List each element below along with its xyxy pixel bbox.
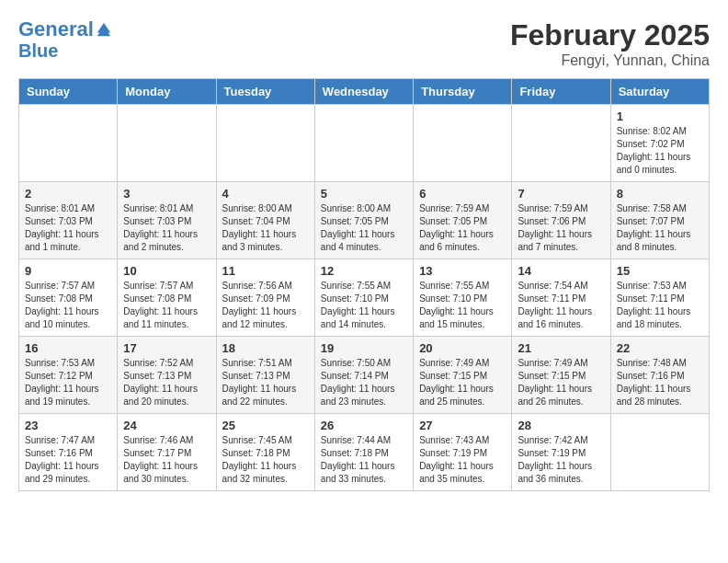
calendar-cell: 15Sunrise: 7:53 AM Sunset: 7:11 PM Dayli… <box>610 259 709 337</box>
day-number: 6 <box>419 187 506 201</box>
calendar-cell <box>314 105 413 182</box>
calendar-cell <box>512 105 610 182</box>
day-info: Sunrise: 7:58 AM Sunset: 7:07 PM Dayligh… <box>617 202 703 254</box>
calendar-cell: 18Sunrise: 7:51 AM Sunset: 7:13 PM Dayli… <box>216 337 314 414</box>
day-number: 22 <box>617 341 703 355</box>
logo: General Blue <box>18 18 112 61</box>
calendar-cell: 22Sunrise: 7:48 AM Sunset: 7:16 PM Dayli… <box>610 337 709 414</box>
calendar-cell: 13Sunrise: 7:55 AM Sunset: 7:10 PM Dayli… <box>414 259 512 337</box>
calendar-cell <box>216 105 314 182</box>
day-number: 7 <box>518 187 604 201</box>
day-number: 9 <box>25 264 111 278</box>
day-info: Sunrise: 7:53 AM Sunset: 7:12 PM Dayligh… <box>25 357 111 408</box>
day-number: 27 <box>419 419 506 432</box>
day-info: Sunrise: 7:47 AM Sunset: 7:16 PM Dayligh… <box>25 434 111 486</box>
calendar-cell: 4Sunrise: 8:00 AM Sunset: 7:04 PM Daylig… <box>216 182 314 259</box>
calendar-cell <box>19 105 118 182</box>
day-number: 13 <box>419 264 506 278</box>
day-number: 4 <box>222 187 309 201</box>
day-info: Sunrise: 7:57 AM Sunset: 7:08 PM Dayligh… <box>25 280 111 331</box>
calendar-header-row: SundayMondayTuesdayWednesdayThursdayFrid… <box>19 79 710 105</box>
day-info: Sunrise: 7:53 AM Sunset: 7:11 PM Dayligh… <box>617 280 703 331</box>
day-info: Sunrise: 7:44 AM Sunset: 7:18 PM Dayligh… <box>321 434 407 486</box>
day-info: Sunrise: 7:49 AM Sunset: 7:15 PM Dayligh… <box>419 357 506 408</box>
calendar-cell: 7Sunrise: 7:59 AM Sunset: 7:06 PM Daylig… <box>512 182 610 259</box>
calendar-cell: 5Sunrise: 8:00 AM Sunset: 7:05 PM Daylig… <box>314 182 413 259</box>
month-title: February 2025 <box>510 18 710 52</box>
calendar-cell: 12Sunrise: 7:55 AM Sunset: 7:10 PM Dayli… <box>314 259 413 337</box>
calendar-cell: 19Sunrise: 7:50 AM Sunset: 7:14 PM Dayli… <box>314 337 413 414</box>
day-info: Sunrise: 7:49 AM Sunset: 7:15 PM Dayligh… <box>518 357 604 408</box>
calendar-cell: 6Sunrise: 7:59 AM Sunset: 7:05 PM Daylig… <box>414 182 512 259</box>
day-info: Sunrise: 8:01 AM Sunset: 7:03 PM Dayligh… <box>25 202 111 254</box>
title-block: February 2025 Fengyi, Yunnan, China <box>510 18 710 69</box>
day-info: Sunrise: 7:52 AM Sunset: 7:13 PM Dayligh… <box>123 357 210 408</box>
day-number: 12 <box>321 264 407 278</box>
weekday-header: Saturday <box>610 79 709 105</box>
day-info: Sunrise: 8:00 AM Sunset: 7:04 PM Dayligh… <box>222 202 309 254</box>
weekday-header: Wednesday <box>314 79 413 105</box>
day-number: 14 <box>518 264 604 278</box>
location-title: Fengyi, Yunnan, China <box>510 52 710 69</box>
day-info: Sunrise: 7:54 AM Sunset: 7:11 PM Dayligh… <box>518 280 604 331</box>
day-info: Sunrise: 7:59 AM Sunset: 7:05 PM Dayligh… <box>419 202 506 254</box>
day-number: 5 <box>321 187 407 201</box>
day-info: Sunrise: 7:46 AM Sunset: 7:17 PM Dayligh… <box>123 434 210 486</box>
day-info: Sunrise: 7:55 AM Sunset: 7:10 PM Dayligh… <box>419 280 506 331</box>
day-number: 10 <box>123 264 210 278</box>
day-number: 15 <box>617 264 703 278</box>
day-info: Sunrise: 7:45 AM Sunset: 7:18 PM Dayligh… <box>222 434 309 486</box>
calendar-week-row: 9Sunrise: 7:57 AM Sunset: 7:08 PM Daylig… <box>19 259 710 337</box>
calendar-cell: 23Sunrise: 7:47 AM Sunset: 7:16 PM Dayli… <box>19 414 118 491</box>
calendar-week-row: 1Sunrise: 8:02 AM Sunset: 7:02 PM Daylig… <box>19 105 710 182</box>
weekday-header: Monday <box>118 79 216 105</box>
weekday-header: Tuesday <box>216 79 314 105</box>
calendar-cell <box>118 105 216 182</box>
day-info: Sunrise: 8:01 AM Sunset: 7:03 PM Dayligh… <box>123 202 210 254</box>
day-info: Sunrise: 7:51 AM Sunset: 7:13 PM Dayligh… <box>222 357 309 408</box>
calendar-cell <box>610 414 709 491</box>
day-info: Sunrise: 7:55 AM Sunset: 7:10 PM Dayligh… <box>321 280 407 331</box>
calendar-cell: 9Sunrise: 7:57 AM Sunset: 7:08 PM Daylig… <box>19 259 118 337</box>
day-number: 20 <box>419 341 506 355</box>
weekday-header: Friday <box>512 79 610 105</box>
day-number: 26 <box>321 419 407 432</box>
calendar-cell: 14Sunrise: 7:54 AM Sunset: 7:11 PM Dayli… <box>512 259 610 337</box>
calendar-cell: 26Sunrise: 7:44 AM Sunset: 7:18 PM Dayli… <box>314 414 413 491</box>
calendar-week-row: 2Sunrise: 8:01 AM Sunset: 7:03 PM Daylig… <box>19 182 710 259</box>
calendar-cell: 28Sunrise: 7:42 AM Sunset: 7:19 PM Dayli… <box>512 414 610 491</box>
day-info: Sunrise: 7:57 AM Sunset: 7:08 PM Dayligh… <box>123 280 210 331</box>
calendar-cell: 11Sunrise: 7:56 AM Sunset: 7:09 PM Dayli… <box>216 259 314 337</box>
day-info: Sunrise: 7:59 AM Sunset: 7:06 PM Dayligh… <box>518 202 604 254</box>
calendar-cell: 17Sunrise: 7:52 AM Sunset: 7:13 PM Dayli… <box>118 337 216 414</box>
page-header: General Blue February 2025 Fengyi, Yunna… <box>18 18 710 69</box>
day-number: 24 <box>123 419 210 432</box>
day-number: 2 <box>25 187 111 201</box>
day-info: Sunrise: 7:42 AM Sunset: 7:19 PM Dayligh… <box>518 434 604 486</box>
day-number: 8 <box>617 187 703 201</box>
day-info: Sunrise: 7:48 AM Sunset: 7:16 PM Dayligh… <box>617 357 703 408</box>
weekday-header: Thursday <box>414 79 512 105</box>
day-number: 17 <box>123 341 210 355</box>
day-number: 3 <box>123 187 210 201</box>
calendar-cell: 25Sunrise: 7:45 AM Sunset: 7:18 PM Dayli… <box>216 414 314 491</box>
weekday-header: Sunday <box>19 79 118 105</box>
logo-blue: Blue <box>18 40 112 61</box>
calendar-cell: 10Sunrise: 7:57 AM Sunset: 7:08 PM Dayli… <box>118 259 216 337</box>
day-number: 23 <box>25 419 111 432</box>
day-number: 28 <box>518 419 604 432</box>
calendar-cell: 24Sunrise: 7:46 AM Sunset: 7:17 PM Dayli… <box>118 414 216 491</box>
day-info: Sunrise: 7:50 AM Sunset: 7:14 PM Dayligh… <box>321 357 407 408</box>
calendar-week-row: 23Sunrise: 7:47 AM Sunset: 7:16 PM Dayli… <box>19 414 710 491</box>
day-info: Sunrise: 7:43 AM Sunset: 7:19 PM Dayligh… <box>419 434 506 486</box>
day-number: 11 <box>222 264 309 278</box>
calendar-cell: 27Sunrise: 7:43 AM Sunset: 7:19 PM Dayli… <box>414 414 512 491</box>
day-number: 18 <box>222 341 309 355</box>
day-number: 19 <box>321 341 407 355</box>
day-number: 21 <box>518 341 604 355</box>
calendar-table: SundayMondayTuesdayWednesdayThursdayFrid… <box>18 78 710 491</box>
calendar-cell: 8Sunrise: 7:58 AM Sunset: 7:07 PM Daylig… <box>610 182 709 259</box>
calendar-cell: 3Sunrise: 8:01 AM Sunset: 7:03 PM Daylig… <box>118 182 216 259</box>
calendar-week-row: 16Sunrise: 7:53 AM Sunset: 7:12 PM Dayli… <box>19 337 710 414</box>
logo-icon <box>96 21 112 38</box>
